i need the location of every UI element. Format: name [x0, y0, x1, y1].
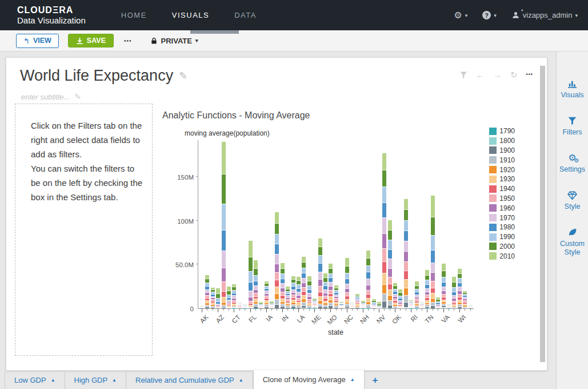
bar-PA[interactable] [404, 140, 408, 308]
bar-segment-1990[interactable] [249, 271, 253, 283]
bar-segment-2010[interactable] [302, 256, 306, 262]
subtitle-placeholder[interactable]: enter subtitle... [21, 93, 70, 101]
bar-segment-1900[interactable] [398, 308, 402, 308]
bar-segment-1980[interactable] [281, 279, 285, 283]
bar-segment-1980[interactable] [318, 263, 322, 271]
legend-item-1960[interactable]: 1960 [489, 203, 515, 213]
refresh-icon[interactable]: ↻ [510, 70, 518, 79]
bar-NY[interactable] [382, 140, 386, 308]
legend-item-1800[interactable]: 1800 [489, 136, 515, 146]
bar-segment-1950[interactable] [222, 281, 226, 291]
bar-segment-1920[interactable] [275, 293, 279, 299]
bar-MA[interactable] [302, 140, 306, 308]
bar-WV[interactable] [463, 140, 467, 308]
bar-segment-1790[interactable] [442, 308, 446, 308]
bar-WA[interactable] [452, 140, 456, 308]
bar-segment-1970[interactable] [329, 282, 333, 286]
bar-IA[interactable]: IA [265, 140, 269, 308]
more-icon[interactable]: ••• [526, 72, 533, 77]
bar-segment-1990[interactable] [302, 268, 306, 273]
bar-segment-1950[interactable] [275, 272, 279, 280]
bar-segment-1900[interactable] [355, 307, 359, 308]
bar-WI[interactable]: WI [458, 140, 462, 308]
bar-segment-2010[interactable] [404, 199, 408, 209]
bar-segment-1900[interactable] [249, 308, 253, 308]
bar-segment-1960[interactable] [318, 279, 322, 286]
bar-segment-1970[interactable] [254, 285, 258, 289]
bar-MN[interactable] [323, 140, 327, 308]
bar-DC[interactable] [238, 140, 242, 308]
bar-segment-1980[interactable] [442, 282, 446, 287]
legend-item-1950[interactable]: 1950 [489, 194, 515, 204]
settings-menu[interactable]: ⚙ ▾ [454, 11, 467, 20]
bar-segment-1970[interactable] [281, 283, 285, 288]
bar-segment-1980[interactable] [254, 281, 258, 285]
bar-segment-1950[interactable] [431, 281, 435, 288]
bar-segment-1940[interactable] [318, 292, 322, 296]
bar-segment-1990[interactable] [452, 287, 456, 291]
help-menu[interactable]: ? ▾ [482, 11, 497, 19]
user-menu[interactable]: * vizapps_admin ▾ [511, 11, 578, 19]
bar-segment-2000[interactable] [329, 268, 333, 273]
bar-segment-2010[interactable] [297, 276, 301, 280]
bar-segment-1900[interactable] [323, 307, 327, 308]
bar-segment-1990[interactable] [388, 240, 392, 249]
bar-segment-2010[interactable] [249, 240, 253, 257]
bar-segment-1940[interactable] [275, 280, 279, 287]
bar-segment-1990[interactable] [458, 278, 462, 282]
sidebar-item-visuals[interactable]: Visuals [561, 78, 583, 100]
bar-segment-1930[interactable] [318, 296, 322, 300]
bar-SD[interactable] [420, 140, 424, 308]
bar-OR[interactable] [398, 140, 402, 308]
bar-segment-1920[interactable] [431, 298, 435, 302]
bar-segment-1960[interactable] [249, 297, 253, 301]
save-button[interactable]: SAVE [68, 34, 114, 47]
bar-segment-1900[interactable] [404, 302, 408, 308]
bar-segment-1960[interactable] [329, 286, 333, 290]
bar-segment-1930[interactable] [431, 293, 435, 298]
bar-segment-1970[interactable] [431, 263, 435, 272]
bar-NM[interactable] [372, 140, 376, 308]
bar-segment-2000[interactable] [425, 275, 429, 280]
bar-SC[interactable] [415, 140, 419, 308]
bar-segment-1950[interactable] [302, 287, 306, 291]
bar-segment-2010[interactable] [222, 141, 226, 174]
bar-segment-1900[interactable] [463, 308, 467, 308]
dashboard-title[interactable]: World Life Expectancy [20, 67, 173, 85]
legend-item-2000[interactable]: 2000 [489, 242, 515, 252]
bar-KS[interactable] [286, 140, 290, 308]
bar-GA[interactable] [254, 140, 258, 308]
bar-segment-1920[interactable] [404, 288, 408, 295]
legend-item-1790[interactable]: 1790 [489, 126, 515, 136]
bar-segment-1940[interactable] [404, 271, 408, 279]
bar-segment-1970[interactable] [458, 287, 462, 291]
bar-segment-1980[interactable] [431, 250, 435, 263]
bar-segment-1980[interactable] [329, 277, 333, 282]
bar-segment-1950[interactable] [388, 277, 392, 284]
bar-VT[interactable] [447, 140, 451, 308]
bar-segment-1970[interactable] [382, 217, 386, 233]
bar-segment-1910[interactable] [388, 300, 392, 304]
sheet-tab-clone-of-moving-average[interactable]: Clone of Moving Average▲ [253, 370, 365, 389]
bar-segment-2000[interactable] [388, 230, 392, 240]
bar-segment-1990[interactable] [307, 285, 311, 289]
legend-item-1990[interactable]: 1990 [489, 232, 515, 242]
bar-segment-1930[interactable] [404, 279, 408, 288]
bar-segment-2000[interactable] [382, 170, 386, 186]
bar-segment-1950[interactable] [404, 261, 408, 271]
bar-segment-1940[interactable] [382, 261, 386, 273]
legend-item-1930[interactable]: 1930 [489, 174, 515, 184]
bar-segment-1900[interactable] [211, 307, 215, 308]
bar-segment-1980[interactable] [382, 203, 386, 218]
bar-segment-2000[interactable] [442, 271, 446, 277]
sheet-tab-high-gdp[interactable]: High GDP▲ [65, 372, 126, 389]
bar-IN[interactable]: IN [281, 140, 285, 308]
bar-segment-1960[interactable] [366, 285, 370, 290]
bar-segment-2010[interactable] [307, 276, 311, 281]
bar-segment-1960[interactable] [431, 272, 435, 281]
nav-item-visuals[interactable]: VISUALS [172, 11, 209, 19]
bar-segment-1980[interactable] [275, 244, 279, 254]
bar-segment-1980[interactable] [425, 284, 429, 288]
bar-ND[interactable] [350, 140, 354, 308]
bar-segment-1990[interactable] [281, 273, 285, 278]
